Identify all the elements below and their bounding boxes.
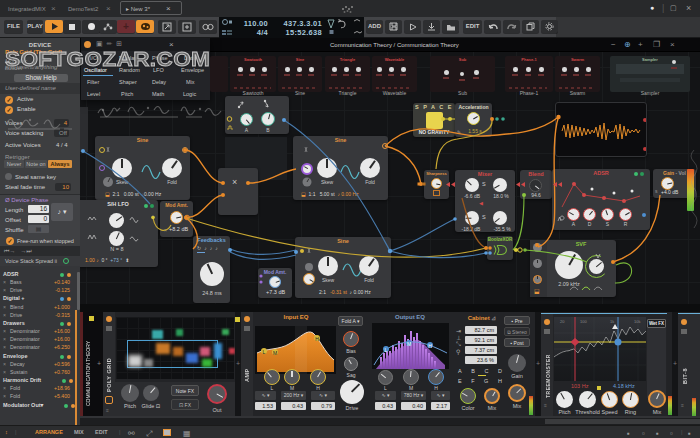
svg-text:L: L: [263, 349, 266, 355]
svg-text:H: H: [315, 336, 319, 342]
svg-text:L: L: [385, 347, 388, 353]
svg-text:M: M: [273, 350, 277, 356]
svg-text:1k: 1k: [610, 319, 614, 324]
svg-text:10k: 10k: [634, 319, 640, 324]
svg-text:M: M: [407, 341, 411, 347]
svg-text:20: 20: [560, 319, 565, 324]
svg-text:100: 100: [580, 319, 587, 324]
svg-text:H: H: [428, 343, 432, 349]
